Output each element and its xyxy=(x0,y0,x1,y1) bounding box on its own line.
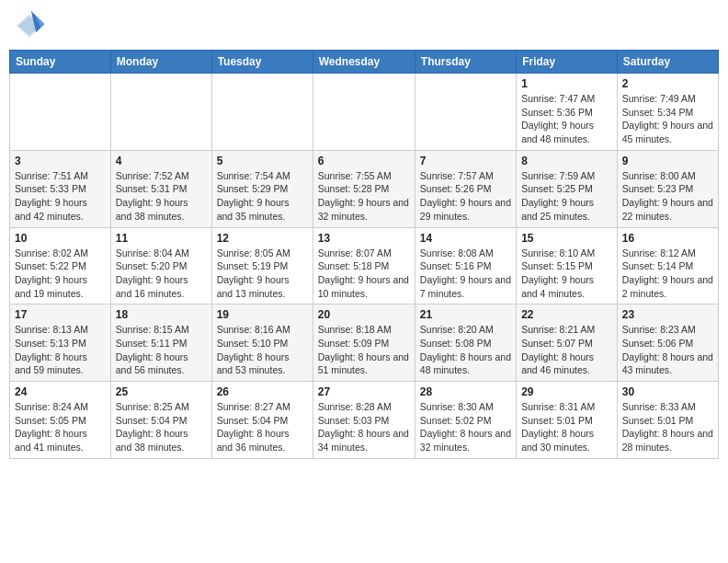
week-row-5: 24Sunrise: 8:24 AM Sunset: 5:05 PM Dayli… xyxy=(10,382,719,459)
calendar-cell: 14Sunrise: 8:08 AM Sunset: 5:16 PM Dayli… xyxy=(415,227,516,304)
calendar-cell: 18Sunrise: 8:15 AM Sunset: 5:11 PM Dayli… xyxy=(110,304,211,382)
day-info: Sunrise: 7:54 AM Sunset: 5:29 PM Dayligh… xyxy=(217,169,308,224)
day-number: 15 xyxy=(521,232,612,245)
day-info: Sunrise: 8:27 AM Sunset: 5:04 PM Dayligh… xyxy=(217,400,308,454)
day-number: 28 xyxy=(420,385,511,398)
day-number: 16 xyxy=(622,232,713,245)
day-info: Sunrise: 8:10 AM Sunset: 5:15 PM Dayligh… xyxy=(521,247,612,301)
calendar-cell xyxy=(110,74,211,151)
day-info: Sunrise: 8:00 AM Sunset: 5:23 PM Dayligh… xyxy=(622,169,713,224)
day-number: 30 xyxy=(622,385,713,398)
calendar-cell: 23Sunrise: 8:23 AM Sunset: 5:06 PM Dayli… xyxy=(617,304,718,382)
logo xyxy=(13,9,50,42)
week-row-4: 17Sunrise: 8:13 AM Sunset: 5:13 PM Dayli… xyxy=(10,304,719,382)
day-number: 4 xyxy=(116,155,207,167)
day-info: Sunrise: 7:47 AM Sunset: 5:36 PM Dayligh… xyxy=(521,92,612,146)
calendar-cell: 29Sunrise: 8:31 AM Sunset: 5:01 PM Dayli… xyxy=(517,382,618,459)
day-info: Sunrise: 8:30 AM Sunset: 5:02 PM Dayligh… xyxy=(420,400,511,454)
calendar-cell: 27Sunrise: 8:28 AM Sunset: 5:03 PM Dayli… xyxy=(313,382,415,459)
weekday-header-saturday: Saturday xyxy=(617,51,718,74)
weekday-header-wednesday: Wednesday xyxy=(313,51,415,74)
weekday-header-tuesday: Tuesday xyxy=(211,51,313,74)
day-number: 10 xyxy=(15,232,106,245)
calendar-cell: 11Sunrise: 8:04 AM Sunset: 5:20 PM Dayli… xyxy=(110,227,211,304)
calendar-cell: 9Sunrise: 8:00 AM Sunset: 5:23 PM Daylig… xyxy=(617,150,718,227)
calendar-cell: 20Sunrise: 8:18 AM Sunset: 5:09 PM Dayli… xyxy=(313,304,415,382)
calendar-cell: 13Sunrise: 8:07 AM Sunset: 5:18 PM Dayli… xyxy=(313,227,415,304)
calendar-cell: 19Sunrise: 8:16 AM Sunset: 5:10 PM Dayli… xyxy=(211,304,313,382)
calendar-cell: 6Sunrise: 7:55 AM Sunset: 5:28 PM Daylig… xyxy=(313,150,415,227)
calendar-cell xyxy=(313,74,415,151)
day-number: 8 xyxy=(521,155,612,167)
weekday-header-row: SundayMondayTuesdayWednesdayThursdayFrid… xyxy=(10,51,719,74)
calendar-cell xyxy=(10,74,111,151)
day-number: 12 xyxy=(217,232,308,245)
day-info: Sunrise: 8:20 AM Sunset: 5:08 PM Dayligh… xyxy=(420,323,511,377)
day-info: Sunrise: 7:49 AM Sunset: 5:34 PM Dayligh… xyxy=(622,92,713,146)
day-number: 11 xyxy=(116,232,207,245)
day-number: 3 xyxy=(15,155,106,167)
calendar-cell: 3Sunrise: 7:51 AM Sunset: 5:33 PM Daylig… xyxy=(10,150,111,227)
page-header xyxy=(9,9,719,42)
day-info: Sunrise: 8:12 AM Sunset: 5:14 PM Dayligh… xyxy=(622,247,713,301)
weekday-header-monday: Monday xyxy=(110,51,211,74)
calendar-cell: 16Sunrise: 8:12 AM Sunset: 5:14 PM Dayli… xyxy=(617,227,718,304)
day-number: 5 xyxy=(217,155,308,167)
weekday-header-friday: Friday xyxy=(517,51,618,74)
calendar-cell: 26Sunrise: 8:27 AM Sunset: 5:04 PM Dayli… xyxy=(211,382,313,459)
calendar-cell: 4Sunrise: 7:52 AM Sunset: 5:31 PM Daylig… xyxy=(110,150,211,227)
day-number: 6 xyxy=(318,155,410,167)
day-info: Sunrise: 7:52 AM Sunset: 5:31 PM Dayligh… xyxy=(116,169,207,224)
day-info: Sunrise: 8:24 AM Sunset: 5:05 PM Dayligh… xyxy=(15,400,106,454)
calendar-cell: 1Sunrise: 7:47 AM Sunset: 5:36 PM Daylig… xyxy=(517,74,618,151)
day-info: Sunrise: 8:28 AM Sunset: 5:03 PM Dayligh… xyxy=(318,400,410,454)
day-info: Sunrise: 8:31 AM Sunset: 5:01 PM Dayligh… xyxy=(521,400,612,454)
calendar-cell xyxy=(211,74,313,151)
day-info: Sunrise: 8:33 AM Sunset: 5:01 PM Dayligh… xyxy=(622,400,713,454)
day-number: 19 xyxy=(217,308,308,321)
calendar-table: SundayMondayTuesdayWednesdayThursdayFrid… xyxy=(9,50,719,459)
calendar-cell: 12Sunrise: 8:05 AM Sunset: 5:19 PM Dayli… xyxy=(211,227,313,304)
day-number: 13 xyxy=(318,232,410,245)
day-number: 24 xyxy=(15,385,106,398)
day-info: Sunrise: 8:13 AM Sunset: 5:13 PM Dayligh… xyxy=(15,323,106,377)
day-number: 17 xyxy=(15,308,106,321)
day-number: 21 xyxy=(420,308,511,321)
calendar-cell: 5Sunrise: 7:54 AM Sunset: 5:29 PM Daylig… xyxy=(211,150,313,227)
day-number: 23 xyxy=(622,308,713,321)
calendar-cell: 10Sunrise: 8:02 AM Sunset: 5:22 PM Dayli… xyxy=(10,227,111,304)
weekday-header-thursday: Thursday xyxy=(415,51,516,74)
day-number: 2 xyxy=(622,77,713,90)
calendar-cell: 17Sunrise: 8:13 AM Sunset: 5:13 PM Dayli… xyxy=(10,304,111,382)
day-number: 29 xyxy=(521,385,612,398)
day-info: Sunrise: 8:25 AM Sunset: 5:04 PM Dayligh… xyxy=(116,400,207,454)
day-number: 22 xyxy=(521,308,612,321)
day-info: Sunrise: 7:55 AM Sunset: 5:28 PM Dayligh… xyxy=(318,169,410,224)
calendar-cell: 30Sunrise: 8:33 AM Sunset: 5:01 PM Dayli… xyxy=(617,382,718,459)
calendar-cell: 25Sunrise: 8:25 AM Sunset: 5:04 PM Dayli… xyxy=(110,382,211,459)
day-info: Sunrise: 8:07 AM Sunset: 5:18 PM Dayligh… xyxy=(318,247,410,301)
calendar-cell: 15Sunrise: 8:10 AM Sunset: 5:15 PM Dayli… xyxy=(517,227,618,304)
day-info: Sunrise: 8:05 AM Sunset: 5:19 PM Dayligh… xyxy=(217,247,308,301)
day-number: 26 xyxy=(217,385,308,398)
logo-icon xyxy=(13,9,46,42)
calendar-cell: 22Sunrise: 8:21 AM Sunset: 5:07 PM Dayli… xyxy=(517,304,618,382)
day-info: Sunrise: 8:04 AM Sunset: 5:20 PM Dayligh… xyxy=(116,247,207,301)
calendar-cell: 8Sunrise: 7:59 AM Sunset: 5:25 PM Daylig… xyxy=(517,150,618,227)
week-row-3: 10Sunrise: 8:02 AM Sunset: 5:22 PM Dayli… xyxy=(10,227,719,304)
day-number: 18 xyxy=(116,308,207,321)
day-number: 1 xyxy=(521,77,612,90)
weekday-header-sunday: Sunday xyxy=(10,51,111,74)
day-info: Sunrise: 8:08 AM Sunset: 5:16 PM Dayligh… xyxy=(420,247,511,301)
week-row-1: 1Sunrise: 7:47 AM Sunset: 5:36 PM Daylig… xyxy=(10,74,719,151)
calendar-cell: 21Sunrise: 8:20 AM Sunset: 5:08 PM Dayli… xyxy=(415,304,516,382)
day-number: 20 xyxy=(318,308,410,321)
calendar-cell: 28Sunrise: 8:30 AM Sunset: 5:02 PM Dayli… xyxy=(415,382,516,459)
day-number: 14 xyxy=(420,232,511,245)
calendar-cell xyxy=(415,74,516,151)
day-number: 25 xyxy=(116,385,207,398)
day-info: Sunrise: 8:23 AM Sunset: 5:06 PM Dayligh… xyxy=(622,323,713,377)
day-info: Sunrise: 7:59 AM Sunset: 5:25 PM Dayligh… xyxy=(521,169,612,224)
day-info: Sunrise: 8:15 AM Sunset: 5:11 PM Dayligh… xyxy=(116,323,207,377)
day-info: Sunrise: 8:16 AM Sunset: 5:10 PM Dayligh… xyxy=(217,323,308,377)
